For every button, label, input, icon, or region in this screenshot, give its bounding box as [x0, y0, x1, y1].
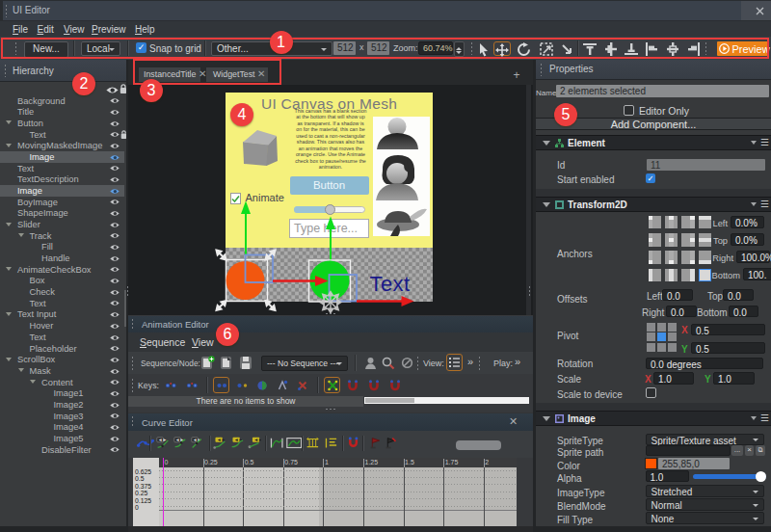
- svg-text:◄►: ◄►: [253, 438, 261, 442]
- svg-text:Text: Text: [370, 272, 411, 296]
